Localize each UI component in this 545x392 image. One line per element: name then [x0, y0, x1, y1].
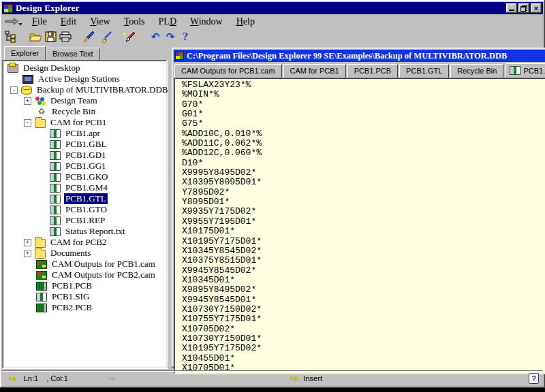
- open-button[interactable]: [28, 29, 43, 44]
- menu-view[interactable]: View: [83, 16, 117, 28]
- tree-item-pcb1-apr[interactable]: PCB1.apr: [3, 128, 166, 139]
- tree-item-pcb1-pcb[interactable]: PCB1.PCB: [3, 280, 166, 291]
- doc-tab-cam-for-pcb1[interactable]: CAM for PCB1: [283, 64, 346, 78]
- status-help-icon[interactable]: ?: [529, 373, 539, 384]
- menu-help[interactable]: Help: [230, 16, 262, 28]
- tree-item-pcb1-gm4[interactable]: PCB1.GM4: [3, 182, 166, 193]
- tab-browse-text[interactable]: Browse Text: [46, 48, 100, 60]
- tree-item-cam-outputs-pcb2[interactable]: CAM Outputs for PCB2.cam: [3, 270, 166, 280]
- document-icon: [36, 293, 47, 301]
- restore-button[interactable]: [518, 3, 529, 13]
- wizard-button[interactable]: [121, 29, 136, 44]
- tree-item-cam-outputs-pcb1[interactable]: CAM Outputs for PCB1.cam: [3, 259, 166, 270]
- tree-item-status-report[interactable]: Status Report.txt: [3, 226, 166, 237]
- doc-tab-pcb1-gtl-active[interactable]: PCB1.GTL: [505, 63, 545, 78]
- tree-item-pcb2-pcb[interactable]: PCB2.PCB: [3, 302, 166, 313]
- gerber-text-editor[interactable]: %FSLAX23Y23*% %MOIN*% G70* G01* G75* %AD…: [175, 79, 545, 373]
- tree-item-label: PCB2.PCB: [50, 302, 93, 313]
- tree-item-backup-ddb[interactable]: -Backup of MULTIVIBRATOR.DDB: [3, 84, 166, 95]
- tree-item-design-team[interactable]: +Design Team: [3, 95, 166, 106]
- main-titlebar[interactable]: Design Explorer ×: [2, 2, 543, 14]
- document-tab-strip: CAM Outputs for PCB1.cam CAM for PCB1 PC…: [174, 62, 545, 78]
- tree-item-pcb1-gtl-selected[interactable]: PCB1.GTL: [3, 193, 166, 204]
- redo-button[interactable]: ↷: [163, 29, 178, 44]
- tree-item-label: PCB1.REP: [64, 215, 106, 226]
- expander-plus-icon[interactable]: +: [24, 250, 31, 257]
- line-indicator: Ln:1: [24, 374, 38, 382]
- knife-icon: [82, 31, 95, 43]
- tree-item-pcb1-gg1[interactable]: PCB1.GG1: [3, 161, 166, 172]
- explorer-toggle-button[interactable]: [3, 29, 18, 44]
- design-explorer-window: Design Explorer × File Edit View Tools P…: [0, 0, 545, 388]
- tree-item-cam-for-pcb2[interactable]: +CAM for PCB2: [3, 237, 166, 248]
- insert-marker-icon: ↪: [290, 373, 298, 384]
- tree-item-label: PCB1.GG1: [64, 161, 108, 172]
- minimize-icon: [509, 5, 514, 11]
- database-icon: [21, 86, 32, 95]
- tree-item-label: Design Desktop: [22, 63, 81, 74]
- cam-output-icon: [36, 260, 47, 269]
- tree-item-label: Recycle Bin: [50, 106, 97, 117]
- tree-item-label: CAM for PCB1: [49, 117, 108, 128]
- menu-arrow-icon[interactable]: [2, 18, 25, 27]
- tree-item-label: Design Team: [49, 95, 99, 106]
- help-button[interactable]: ?: [178, 29, 193, 44]
- doc-tab-pcb1-gtl[interactable]: PCB1.GTL: [399, 64, 449, 78]
- recycle-bin-icon: ♻: [36, 108, 47, 116]
- undo-button[interactable]: ↶: [148, 29, 163, 44]
- tree-item-label: Active Design Stations: [37, 74, 121, 84]
- tree-item-recycle-bin[interactable]: ♻Recycle Bin: [3, 106, 166, 117]
- tree-item-label: PCB1.GM4: [64, 182, 109, 193]
- cut-button[interactable]: [81, 29, 96, 44]
- probe-button[interactable]: [99, 29, 114, 44]
- tree-item-design-desktop[interactable]: Design Desktop: [3, 63, 166, 74]
- tree-item-documents[interactable]: +Documents: [3, 248, 166, 259]
- explorer-panel: Explorer Browse Text Design Desktop Acti…: [2, 45, 168, 369]
- tree-item-pcb1-gd1[interactable]: PCB1.GD1: [3, 150, 166, 161]
- expander-plus-icon[interactable]: +: [24, 97, 31, 105]
- save-button[interactable]: [43, 29, 58, 44]
- menu-file[interactable]: File: [25, 16, 54, 28]
- close-button[interactable]: ×: [531, 3, 542, 13]
- document-icon: [50, 195, 61, 203]
- tree-item-label: PCB1.GBL: [64, 139, 108, 150]
- tree-item-label: CAM Outputs for PCB2.cam: [50, 270, 157, 280]
- text-editor-area: %FSLAX23Y23*% %MOIN*% G70* G01* G75* %AD…: [174, 78, 545, 374]
- menu-tools[interactable]: Tools: [117, 16, 152, 28]
- tree-item-pcb1-rep[interactable]: PCB1.REP: [3, 215, 166, 226]
- doc-tab-pcb1-pcb[interactable]: PCB1.PCB: [347, 64, 398, 78]
- open-folder-icon: [29, 31, 42, 42]
- document-window: C:\Program Files\Design Explorer 99 SE\E…: [172, 48, 545, 368]
- doc-tab-cam-outputs-pcb1[interactable]: CAM Outputs for PCB1.cam: [174, 64, 282, 78]
- menu-window[interactable]: Window: [183, 16, 230, 28]
- menu-pld[interactable]: PLD: [152, 16, 183, 28]
- print-button[interactable]: [58, 29, 73, 44]
- expander-minus-icon[interactable]: -: [24, 119, 31, 127]
- minimize-button[interactable]: [506, 3, 517, 13]
- toolbar: ↶ ↷ ?: [2, 29, 543, 45]
- tree-item-active-design-stations[interactable]: Active Design Stations: [3, 74, 166, 84]
- document-icon: [50, 206, 61, 214]
- tree-item-label: CAM Outputs for PCB1.cam: [50, 259, 157, 270]
- tree-item-pcb1-gko[interactable]: PCB1.GKO: [3, 172, 166, 182]
- pen-icon: [121, 31, 135, 43]
- tree-item-label: PCB1.GKO: [64, 172, 110, 182]
- document-titlebar[interactable]: C:\Program Files\Design Explorer 99 SE\E…: [174, 50, 545, 62]
- menu-edit[interactable]: Edit: [54, 16, 83, 28]
- tab-explorer[interactable]: Explorer: [4, 46, 46, 60]
- document-icon: [50, 162, 61, 171]
- expander-plus-icon[interactable]: +: [24, 239, 31, 246]
- tree-item-pcb1-sig[interactable]: PCB1.SIG: [3, 291, 166, 302]
- tree-item-pcb1-gto[interactable]: PCB1.GTO: [3, 204, 166, 215]
- restore-icon: [520, 5, 527, 12]
- document-icon: [50, 216, 61, 225]
- tree-item-cam-for-pcb1[interactable]: -CAM for PCB1: [3, 117, 166, 128]
- expander-minus-icon[interactable]: -: [10, 86, 18, 94]
- document-icon: [50, 140, 61, 149]
- hierarchy-icon: [5, 31, 17, 43]
- document-icon: [50, 173, 61, 182]
- menu-bar: File Edit View Tools PLD Window Help: [2, 15, 543, 29]
- tree-item-pcb1-gbl[interactable]: PCB1.GBL: [3, 139, 166, 150]
- doc-tab-recycle-bin[interactable]: Recycle Bin: [450, 64, 503, 78]
- panel-tab-strip: Explorer Browse Text: [2, 45, 168, 60]
